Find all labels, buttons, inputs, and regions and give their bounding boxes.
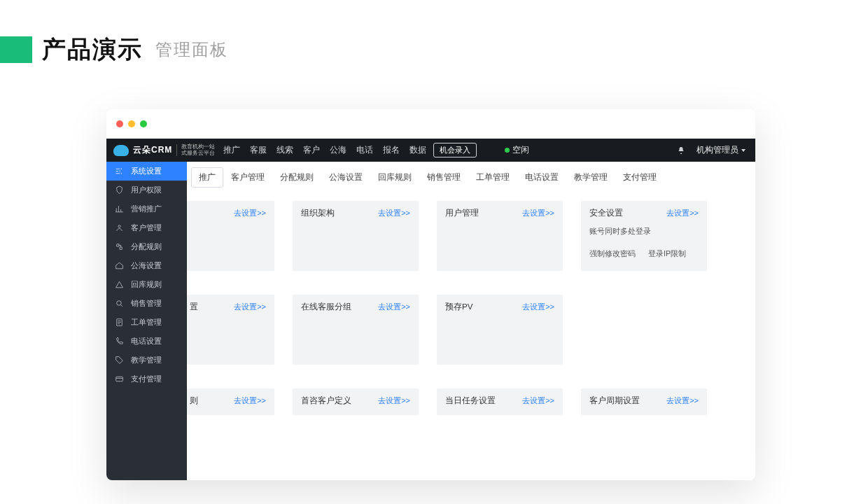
sidebar-item-客户管理[interactable]: 客户管理 <box>106 218 187 237</box>
sidebar-label: 支付管理 <box>131 374 162 384</box>
go-settings-link[interactable]: 去设置>> <box>666 208 699 218</box>
user-menu[interactable]: 机构管理员 <box>696 144 746 156</box>
tab-教学管理[interactable]: 教学管理 <box>566 167 615 188</box>
accent-block <box>0 36 32 63</box>
bell-icon[interactable] <box>677 146 685 155</box>
card-row: 则去设置>>首咨客户定义去设置>>当日任务设置去设置>>客户周期设置去设置>> <box>187 388 737 415</box>
app-window: 云朵CRM 教育机构一站式服务云平台 推广客服线索客户公海电话报名数据 机会录入… <box>106 109 755 480</box>
page-hero: 产品演示 管理面板 <box>0 34 228 66</box>
tab-支付管理[interactable]: 支付管理 <box>615 167 664 188</box>
tab-客户管理[interactable]: 客户管理 <box>223 167 272 188</box>
status-indicator[interactable]: 空闲 <box>505 144 529 156</box>
nav-item-数据[interactable]: 数据 <box>410 144 426 156</box>
card-row: 置去设置>>在线客服分组去设置>>预存PV去设置>> <box>187 295 737 365</box>
phone-icon <box>115 337 124 346</box>
sliders-icon <box>115 167 124 176</box>
settings-card: 安全设置去设置>>账号同时多处登录强制修改密码登录IP限制 <box>581 201 707 271</box>
min-dot[interactable] <box>128 120 135 127</box>
card-title: 预存PV <box>445 302 472 311</box>
nav-item-报名[interactable]: 报名 <box>383 144 400 156</box>
card-title: 在线客服分组 <box>301 302 351 311</box>
brand[interactable]: 云朵CRM 教育机构一站式服务云平台 <box>113 144 215 157</box>
nav-item-客服[interactable]: 客服 <box>250 144 267 156</box>
card-subitem[interactable]: 强制修改密码 <box>589 249 636 259</box>
nav-item-线索[interactable]: 线索 <box>276 144 293 156</box>
sidebar-label: 营销推广 <box>131 204 162 214</box>
close-dot[interactable] <box>116 120 123 127</box>
go-settings-link[interactable]: 去设置>> <box>234 396 266 406</box>
go-settings-link[interactable]: 去设置>> <box>234 208 266 218</box>
sidebar-item-教学管理[interactable]: 教学管理 <box>106 351 187 370</box>
go-settings-link[interactable]: 去设置>> <box>234 302 266 312</box>
tab-销售管理[interactable]: 销售管理 <box>419 167 468 188</box>
sidebar-item-回库规则[interactable]: 回库规则 <box>106 275 187 294</box>
tab-公海设置[interactable]: 公海设置 <box>321 167 370 188</box>
tab-推广[interactable]: 推广 <box>191 167 223 188</box>
go-settings-link[interactable]: 去设置>> <box>378 208 410 218</box>
record-button[interactable]: 机会录入 <box>433 143 477 158</box>
sidebar-label: 工单管理 <box>131 317 162 328</box>
max-dot[interactable] <box>140 120 147 127</box>
sidebar-item-系统设置[interactable]: 系统设置 <box>106 162 187 181</box>
nav-item-公海[interactable]: 公海 <box>330 144 346 156</box>
card-title-fragment: 则 <box>190 396 198 406</box>
tab-工单管理[interactable]: 工单管理 <box>468 167 517 188</box>
svg-point-0 <box>118 225 120 227</box>
go-settings-link[interactable]: 去设置>> <box>666 396 699 406</box>
person-icon <box>115 223 124 232</box>
sidebar-item-公海设置[interactable]: 公海设置 <box>106 256 187 275</box>
nav-item-电话[interactable]: 电话 <box>356 144 373 156</box>
settings-card: 用户管理去设置>> <box>437 201 563 271</box>
nav-items: 推广客服线索客户公海电话报名数据 <box>223 144 426 156</box>
card-row: 去设置>>组织架构去设置>>用户管理去设置>>安全设置去设置>>账号同时多处登录… <box>187 201 737 271</box>
tab-分配规则[interactable]: 分配规则 <box>272 167 321 188</box>
shield-icon <box>115 186 124 195</box>
go-settings-link[interactable]: 去设置>> <box>378 302 410 312</box>
svg-rect-3 <box>116 377 123 382</box>
sidebar-item-销售管理[interactable]: 销售管理 <box>106 294 187 313</box>
go-settings-link[interactable]: 去设置>> <box>378 396 410 406</box>
sidebar-label: 分配规则 <box>131 241 162 252</box>
go-settings-link[interactable]: 去设置>> <box>522 302 554 312</box>
sidebar-label: 电话设置 <box>131 336 162 346</box>
card-subitem[interactable]: 账号同时多处登录 <box>589 227 651 237</box>
go-settings-link[interactable]: 去设置>> <box>522 208 554 218</box>
cards-grid: 去设置>>组织架构去设置>>用户管理去设置>>安全设置去设置>>账号同时多处登录… <box>187 201 737 480</box>
sidebar-item-电话设置[interactable]: 电话设置 <box>106 332 187 351</box>
sidebar-label: 公海设置 <box>131 260 162 271</box>
chart-icon <box>115 204 124 214</box>
sidebar-item-工单管理[interactable]: 工单管理 <box>106 313 187 332</box>
window-titlebar <box>106 109 755 139</box>
sheet-icon <box>115 318 124 327</box>
sidebar-item-用户权限[interactable]: 用户权限 <box>106 181 187 200</box>
sidebar-item-支付管理[interactable]: 支付管理 <box>106 370 187 388</box>
chevron-down-icon <box>741 149 746 152</box>
hero-subtitle: 管理面板 <box>155 38 228 61</box>
svg-point-1 <box>117 301 122 306</box>
settings-card: 则去设置>> <box>187 388 274 415</box>
lens-icon <box>115 299 124 308</box>
card-icon <box>115 374 124 384</box>
tab-电话设置[interactable]: 电话设置 <box>517 167 566 188</box>
sidebar-item-分配规则[interactable]: 分配规则 <box>106 237 187 256</box>
tab-回库规则[interactable]: 回库规则 <box>370 167 419 188</box>
app-body: 系统设置用户权限营销推广客户管理分配规则公海设置回库规则销售管理工单管理电话设置… <box>106 162 755 480</box>
status-dot-icon <box>505 148 510 153</box>
settings-card: 组织架构去设置>> <box>293 201 419 271</box>
flow-icon <box>115 242 124 251</box>
nav-item-客户[interactable]: 客户 <box>303 144 320 156</box>
cloud-icon <box>113 145 129 156</box>
sidebar-label: 回库规则 <box>131 279 162 290</box>
sidebar-item-营销推广[interactable]: 营销推广 <box>106 200 187 218</box>
card-title: 组织架构 <box>301 209 335 217</box>
go-settings-link[interactable]: 去设置>> <box>522 396 554 406</box>
card-title: 安全设置 <box>589 209 623 217</box>
settings-card: 当日任务设置去设置>> <box>437 388 563 415</box>
nav-item-推广[interactable]: 推广 <box>223 144 240 156</box>
sidebar-label: 用户权限 <box>131 185 162 195</box>
hero-title: 产品演示 <box>42 34 143 66</box>
content-area: 推广客户管理分配规则公海设置回库规则销售管理工单管理电话设置教学管理支付管理 去… <box>187 162 755 480</box>
card-subitem[interactable]: 登录IP限制 <box>648 249 686 259</box>
settings-card: 在线客服分组去设置>> <box>293 295 419 365</box>
settings-card: 置去设置>> <box>187 295 274 365</box>
